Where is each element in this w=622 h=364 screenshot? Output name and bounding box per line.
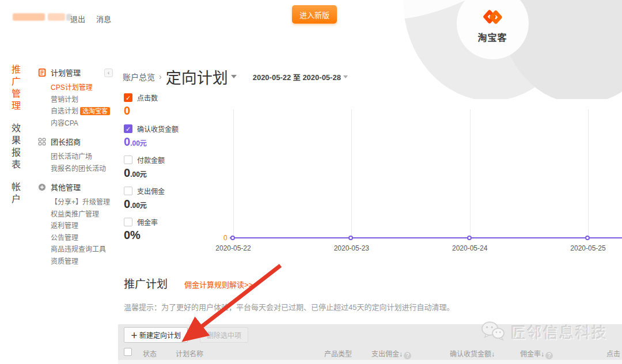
metric-label: 支出佣金 (137, 186, 165, 196)
plus-icon: ＋ (131, 332, 138, 340)
data-point-marker[interactable] (230, 236, 235, 240)
col-commission-rate[interactable]: 佣金率↓? (520, 348, 553, 359)
sidebar-item-violation-tool[interactable]: 商品违规查询工具 (51, 244, 114, 256)
sidebar-item-self-select-plan[interactable]: 自选计划选淘宝客 (51, 105, 114, 117)
sidebar-section-plan-mgmt[interactable]: 计划管理 (38, 67, 114, 78)
gridline (470, 109, 471, 238)
col-clicks: 点击 (606, 348, 620, 358)
new-version-button[interactable]: 进入新版 (292, 5, 337, 24)
sidebar-item-cps-plan[interactable]: CPS计划管理 (51, 82, 114, 94)
metric-value: 0.00元 (124, 135, 210, 149)
metric-label: 确认收货金额 (137, 124, 179, 134)
metric-label: 佣金率 (137, 217, 158, 227)
chevron-down-icon[interactable] (231, 75, 237, 78)
metric-confirmed-amount: ✓ 确认收货金额 0.00元 (124, 124, 210, 149)
gridline (351, 109, 352, 238)
data-point-marker[interactable] (585, 236, 590, 240)
tip-text: 温馨提示：为了更好的用户体验，平台每天会对已过期、已停止超过45天的定向计划进行… (124, 301, 454, 312)
metric-label: 付款金额 (137, 155, 165, 165)
x-axis-label: 2020-05-22 (207, 244, 259, 252)
commission-rules-link[interactable]: 佣金计算规则解读>> (184, 279, 253, 290)
topbar: 退出 消息 进入新版 (0, 0, 622, 32)
metric-toggle[interactable]: 付款金额 (124, 155, 210, 165)
select-all-checkbox[interactable] (124, 348, 132, 356)
sidebar-section-items: CPS计划管理 营销计划 自选计划选淘宝客 内容CPA (51, 82, 114, 129)
y-axis-zero-label: 0 (223, 234, 227, 242)
logout-link[interactable]: 退出 (70, 13, 85, 24)
data-point-marker[interactable] (348, 236, 353, 240)
chevron-down-icon (343, 75, 348, 78)
checkbox-unchecked-icon[interactable] (124, 187, 132, 195)
x-axis-label: 2020-05-24 (444, 244, 496, 252)
sidebar: 计划管理 CPS计划管理 营销计划 自选计划选淘宝客 内容CPA 团长招商 团长… (38, 67, 114, 274)
chart-panel: 0 2020-05-222020-05-232020-05-242020-05-… (216, 99, 622, 256)
plans-section-title: 推广计划 (124, 275, 168, 291)
vnav-item-reports[interactable]: 效果报表 (8, 123, 22, 172)
sidebar-item-content-cpa[interactable]: 内容CPA (51, 117, 114, 130)
delete-selected-button[interactable]: 删除选中项 (200, 327, 248, 343)
sidebar-item-marketing-plan[interactable]: 营销计划 (51, 94, 114, 106)
sort-desc-icon[interactable]: ↓ (491, 350, 495, 358)
sort-desc-icon[interactable]: ↓ (541, 350, 544, 358)
sort-desc-icon[interactable]: ↓ (399, 350, 403, 358)
table-row-area (118, 360, 622, 364)
checkbox-checked-icon[interactable]: ✓ (124, 93, 132, 102)
breadcrumb-account-overview[interactable]: 账户总览 (123, 71, 155, 82)
metric-value: 0.00元 (124, 166, 210, 180)
x-axis-label: 2020-05-25 (562, 244, 614, 252)
checkbox-unchecked-icon[interactable] (124, 156, 132, 164)
button-label: 新建定向计划 (139, 332, 181, 340)
col-confirmed-amount[interactable]: 确认收货金额↓ (450, 348, 495, 358)
sidebar-item-share-upgrade[interactable]: 【分享+】升级管理 (51, 196, 114, 208)
metric-value: 0% (124, 229, 210, 242)
sidebar-section-title: 其他管理 (51, 181, 81, 192)
sidebar-section-other[interactable]: 其他管理 (38, 181, 114, 192)
sidebar-item-rebate[interactable]: 返利管理 (51, 220, 114, 232)
help-icon[interactable]: ? (404, 352, 411, 359)
sidebar-item-rights-promo[interactable]: 权益类推广管理 (51, 208, 114, 221)
vnav-item-account[interactable]: 帐户 (8, 182, 22, 206)
taoke-select-badge: 选淘宝客 (80, 107, 110, 115)
date-range-select[interactable]: 2020-05-22 至 2020-05-28 (253, 71, 348, 82)
sidebar-item-qualification[interactable]: 资质管理 (51, 256, 114, 268)
clipboard-icon (38, 69, 46, 77)
gridline (588, 109, 589, 238)
metric-label: 点击数 (137, 93, 158, 103)
checkbox-unchecked-icon[interactable] (124, 218, 132, 226)
col-commission-paid[interactable]: 支出佣金↓? (371, 348, 411, 359)
col-status: 状态 (143, 348, 157, 358)
col-product-type: 产品类型 (324, 348, 352, 358)
col-plan-name: 计划名称 (176, 348, 203, 358)
help-icon[interactable]: ? (545, 352, 553, 359)
metric-value: 0.00元 (124, 198, 210, 211)
gridline (233, 109, 234, 238)
plan-table-toolbar: ＋新建定向计划 删除选中项 状态 计划名称 产品类型 支出佣金↓? 确认收货金额… (118, 324, 622, 364)
sidebar-item-my-leader-events[interactable]: 我报名的团长活动 (51, 163, 114, 175)
metric-toggle[interactable]: ✓ 确认收货金额 (124, 124, 210, 134)
sidebar-section-leader[interactable]: 团长招商 (38, 136, 114, 147)
metrics-panel: ✓ 点击数 0 ✓ 确认收货金额 0.00元 付款金额 0.00元 支出佣金 0… (124, 93, 210, 248)
sidebar-section-items: 【分享+】升级管理 权益类推广管理 返利管理 公告管理 商品违规查询工具 资质管… (51, 196, 114, 267)
page-title[interactable]: 定向计划 (166, 66, 228, 88)
sidebar-item-leader-plaza[interactable]: 团长活动广场 (51, 151, 114, 163)
breadcrumb-separator: › (159, 72, 162, 81)
metric-toggle[interactable]: 佣金率 (124, 217, 210, 227)
checkbox-checked-icon[interactable]: ✓ (124, 124, 132, 133)
metric-payment-amount: 付款金额 0.00元 (124, 155, 210, 180)
data-point-marker[interactable] (467, 236, 472, 240)
date-range-value: 2020-05-22 至 2020-05-28 (253, 71, 341, 82)
vnav-item-promotion[interactable]: 推广管理 (8, 65, 22, 113)
sidebar-section-title: 计划管理 (51, 67, 81, 78)
metric-toggle[interactable]: ✓ 点击数 (124, 93, 210, 103)
plus-circle-icon (38, 183, 46, 191)
new-targeted-plan-button[interactable]: ＋新建定向计划 (124, 327, 188, 343)
sidebar-collapse-button[interactable]: ‹ (104, 69, 113, 77)
x-axis-label: 2020-05-23 (325, 244, 377, 252)
sidebar-item-announcement[interactable]: 公告管理 (51, 232, 114, 244)
metric-value: 0 (124, 104, 210, 117)
username-redacted (13, 13, 45, 21)
table-header: 状态 计划名称 产品类型 支出佣金↓? 确认收货金额↓ 佣金率↓? 点击 (118, 346, 622, 361)
metric-toggle[interactable]: 支出佣金 (124, 186, 210, 196)
messages-link[interactable]: 消息 (96, 13, 111, 24)
sidebar-item-label: 自选计划 (51, 107, 78, 115)
